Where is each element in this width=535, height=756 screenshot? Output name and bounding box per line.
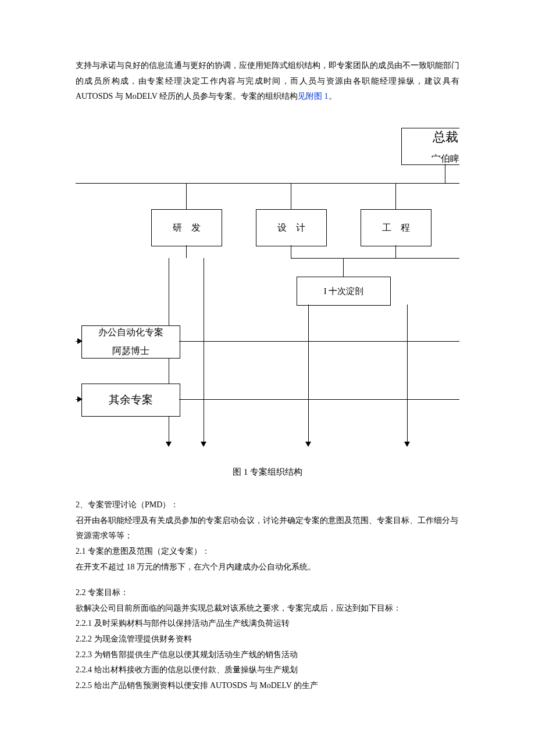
- arrow-down-icon: [201, 442, 206, 447]
- org-chart-diagram: 总裁 宀伯睥 研 发 设 计 工 程 维 修: [76, 128, 459, 453]
- intro-link[interactable]: 见附图 1: [298, 92, 329, 101]
- arrow-right-icon: [77, 396, 83, 402]
- arrow-down-icon: [166, 442, 172, 447]
- list-item: 2.2.4 给出材料接收方面的信息以便付款、质量操纵与生产规划: [76, 662, 459, 678]
- org-project-line1: 办公自动化专案: [98, 325, 163, 342]
- org-root-subtitle: 宀伯睥: [431, 150, 459, 164]
- org-dept-label: 设 计: [274, 219, 309, 237]
- heading-2: 2、专案管理讨论（PMD）：: [76, 497, 459, 513]
- heading-2-2: 2.2 专案目标：: [76, 585, 459, 601]
- list-item: 2.2.1 及时采购材料与部件以保持活动产品生产线满负荷运转: [76, 616, 459, 632]
- section-content: 2、专案管理讨论（PMD）： 召开由各职能经理及有关成员参加的专案启动会议，讨论…: [76, 497, 459, 693]
- org-project-box: 办公自动化专案 阿瑟博士: [81, 325, 180, 359]
- org-subdept-box: I 十次淀剖: [297, 277, 391, 306]
- paragraph: 欲解决公司目前所面临的问题并实现总裁对该系统之要求，专案完成后，应达到如下目标：: [76, 601, 459, 617]
- org-project-line1: 其余专案: [109, 389, 153, 410]
- org-dept-box: 工 程: [361, 209, 431, 246]
- intro-text-after: 。: [329, 92, 337, 101]
- list-item: 2.2.5 给出产品销售预测资料以便安排 AUTOSDS 与 MoDELV 的生…: [76, 678, 459, 694]
- org-dept-box: 设 计: [256, 209, 327, 246]
- org-root-box: 总裁 宀伯睥: [401, 128, 459, 165]
- heading-2-1: 2.1 专案的意图及范围（定义专案）：: [76, 544, 459, 560]
- org-dept-label: 研 发: [169, 219, 204, 237]
- arrow-down-icon: [404, 442, 410, 447]
- org-project-line2: 阿瑟博士: [112, 342, 149, 359]
- intro-paragraph: 支持与承诺与良好的信息流通与更好的协调，应使用矩阵式组织结构，即专案团队的成员由…: [76, 58, 459, 105]
- org-dept-box: 研 发: [151, 209, 222, 246]
- paragraph: 召开由各职能经理及有关成员参加的专案启动会议，讨论并确定专案的意图及范围、专案目…: [76, 513, 459, 544]
- list-item: 2.2.2 为现金流管理提供财务资料: [76, 632, 459, 647]
- intro-text-before: 支持与承诺与良好的信息流通与更好的协调，应使用矩阵式组织结构，即专案团队的成员由…: [76, 61, 459, 101]
- arrow-down-icon: [305, 442, 311, 447]
- list-item: 2.2.3 为销售部提供生产信息以便其规划活动生产线的销售活动: [76, 647, 459, 663]
- org-root-title: 总裁: [433, 128, 458, 149]
- org-dept-label: 工 程: [379, 219, 413, 237]
- org-project-box: 其余专案: [81, 384, 180, 417]
- arrow-right-icon: [77, 338, 83, 344]
- figure-caption: 图 1 专案组织结构: [76, 464, 459, 481]
- org-subdept-label: I 十次淀剖: [324, 283, 364, 300]
- paragraph: 在开支不超过 18 万元的情形下，在六个月内建成办公自动化系统。: [76, 560, 459, 575]
